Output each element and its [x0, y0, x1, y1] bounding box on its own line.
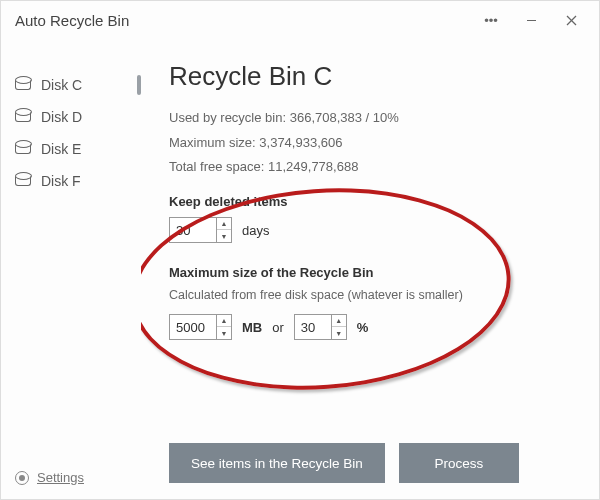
see-items-button[interactable]: See items in the Recycle Bin — [169, 443, 385, 483]
max-size-mb-stepper[interactable]: ▲▼ — [169, 314, 232, 340]
stepper-down-icon[interactable]: ▼ — [217, 230, 231, 242]
used-value: 366,708,383 / 10% — [290, 110, 399, 125]
stepper-down-icon[interactable]: ▼ — [217, 327, 231, 339]
window-title: Auto Recycle Bin — [15, 12, 129, 29]
sidebar: Disk C Disk D Disk E Disk F Settings — [1, 39, 141, 499]
keep-days-stepper[interactable]: ▲▼ — [169, 217, 232, 243]
max-size-pct-input[interactable] — [295, 315, 331, 339]
sidebar-item-disk-d[interactable]: Disk D — [1, 101, 141, 133]
stepper-up-icon[interactable]: ▲ — [217, 315, 231, 327]
gear-icon — [15, 471, 29, 485]
sidebar-item-label: Disk C — [41, 77, 82, 93]
sidebar-item-disk-c[interactable]: Disk C — [1, 69, 141, 101]
max-value: 3,374,933,606 — [259, 135, 342, 150]
free-label: Total free space: — [169, 159, 264, 174]
used-label: Used by recycle bin: — [169, 110, 286, 125]
sidebar-item-disk-f[interactable]: Disk F — [1, 165, 141, 197]
max-size-label: Maximum size of the Recycle Bin — [169, 265, 581, 280]
close-button[interactable] — [551, 5, 591, 35]
app-window: Auto Recycle Bin ••• Disk C Disk D Disk … — [0, 0, 600, 500]
minimize-button[interactable] — [511, 5, 551, 35]
max-size-subtext: Calculated from free disk space (whateve… — [169, 288, 581, 302]
ellipsis-icon: ••• — [484, 13, 498, 28]
or-label: or — [272, 320, 284, 335]
stats-block: Used by recycle bin: 366,708,383 / 10% M… — [169, 106, 581, 180]
disk-icon — [15, 112, 31, 122]
disk-icon — [15, 80, 31, 90]
stepper-up-icon[interactable]: ▲ — [332, 315, 346, 327]
process-button[interactable]: Process — [399, 443, 519, 483]
settings-link[interactable]: Settings — [37, 470, 84, 485]
max-label: Maximum size: — [169, 135, 256, 150]
sidebar-item-label: Disk D — [41, 109, 82, 125]
more-button[interactable]: ••• — [471, 5, 511, 35]
sidebar-item-label: Disk F — [41, 173, 81, 189]
stepper-down-icon[interactable]: ▼ — [332, 327, 346, 339]
keep-days-input[interactable] — [170, 218, 216, 242]
sidebar-item-label: Disk E — [41, 141, 81, 157]
mb-unit: MB — [242, 320, 262, 335]
disk-icon — [15, 144, 31, 154]
max-size-pct-stepper[interactable]: ▲▼ — [294, 314, 347, 340]
free-value: 11,249,778,688 — [268, 159, 358, 174]
sidebar-footer: Settings — [1, 456, 141, 499]
sidebar-item-disk-e[interactable]: Disk E — [1, 133, 141, 165]
stepper-up-icon[interactable]: ▲ — [217, 218, 231, 230]
title-bar: Auto Recycle Bin ••• — [1, 1, 599, 39]
days-unit: days — [242, 223, 269, 238]
close-icon — [566, 15, 577, 26]
main-panel: Recycle Bin C Used by recycle bin: 366,7… — [141, 39, 599, 499]
max-size-mb-input[interactable] — [170, 315, 216, 339]
keep-items-label: Keep deleted items — [169, 194, 581, 209]
pct-unit: % — [357, 320, 369, 335]
disk-icon — [15, 176, 31, 186]
page-title: Recycle Bin C — [169, 61, 581, 92]
minimize-icon — [526, 15, 537, 26]
